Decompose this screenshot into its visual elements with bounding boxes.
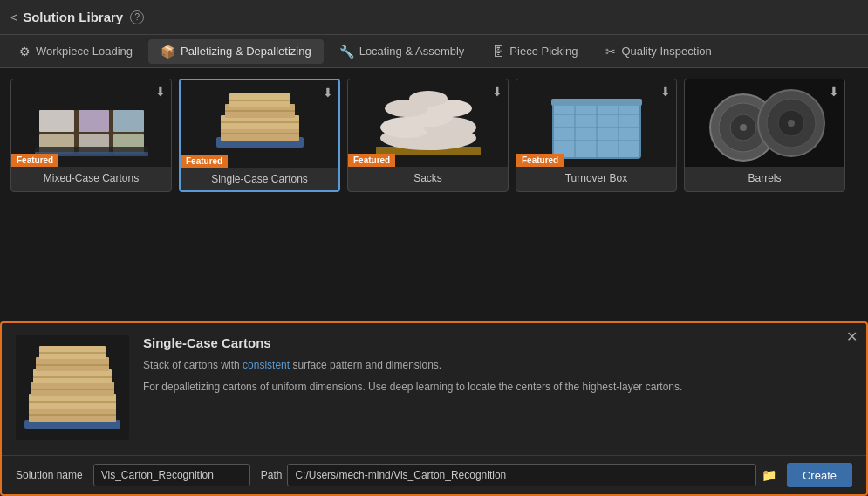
card-image-single: ⬇ Featured (181, 80, 338, 168)
tab-locating[interactable]: 🔧 Locating & Assembly (327, 39, 477, 64)
path-section: Path 📁 (261, 464, 776, 486)
svg-rect-48 (31, 382, 114, 396)
detail-bottom: Solution name Path 📁 Create (2, 455, 866, 494)
card-image-sacks: ⬇ Featured (348, 79, 508, 167)
svg-rect-3 (113, 110, 144, 132)
page-title: Solution Library (23, 10, 123, 24)
svg-rect-50 (33, 369, 112, 383)
folder-browse-icon[interactable]: 📁 (762, 468, 776, 482)
tab-locating-label: Locating & Assembly (359, 45, 465, 58)
card-turnover[interactable]: ⬇ Featured Turnover Box (516, 79, 677, 192)
card-image-mixed: ⬇ Featured (11, 79, 171, 167)
badge-turnover: Featured (516, 154, 564, 167)
solution-name-label: Solution name (16, 469, 83, 481)
svg-rect-1 (39, 110, 74, 132)
detail-panel: ✕ Single-Case Cartons (0, 321, 868, 496)
tab-workpiece[interactable]: ⚙ Workpiece Loading (7, 39, 145, 64)
card-label-mixed: Mixed-Case Cartons (11, 167, 171, 189)
close-button[interactable]: ✕ (846, 328, 858, 345)
tab-quality[interactable]: ✂ Quality Inspection (593, 39, 723, 64)
svg-rect-52 (36, 357, 109, 371)
detail-desc2: For depalletizing cartons of uniform dim… (143, 379, 852, 396)
detail-image (16, 335, 129, 440)
card-label-barrels: Barrels (685, 167, 844, 189)
download-icon-sacks[interactable]: ⬇ (492, 85, 502, 99)
detail-info: Single-Case Cartons Stack of cartons wit… (143, 335, 852, 450)
detail-desc1: Stack of cartons with consistent surface… (143, 357, 852, 374)
nav-tabs: ⚙ Workpiece Loading 📦 Palletizing & Depa… (0, 35, 868, 68)
card-label-turnover: Turnover Box (516, 167, 676, 189)
tab-palletizing-label: Palletizing & Depalletizing (181, 45, 311, 58)
workpiece-icon: ⚙ (19, 45, 31, 59)
help-icon[interactable]: ? (130, 10, 144, 24)
download-icon-turnover[interactable]: ⬇ (660, 85, 671, 99)
card-sacks[interactable]: ⬇ Featured Sacks (347, 79, 509, 192)
back-button[interactable]: < (10, 10, 17, 24)
svg-point-38 (740, 124, 747, 131)
download-icon-single[interactable]: ⬇ (323, 86, 333, 100)
detail-title: Single-Case Cartons (143, 335, 852, 350)
card-barrels[interactable]: ⬇ Barrels (684, 79, 845, 192)
svg-point-25 (409, 91, 448, 107)
card-image-turnover: ⬇ Featured (516, 79, 676, 167)
card-label-sacks: Sacks (348, 167, 508, 189)
path-input[interactable] (287, 464, 756, 486)
tab-quality-label: Quality Inspection (621, 45, 711, 58)
card-mixed[interactable]: ⬇ Featured Mixed-Case Cartons (10, 79, 172, 192)
download-icon-mixed[interactable]: ⬇ (155, 85, 166, 99)
path-label: Path (261, 469, 283, 481)
tab-picking-label: Piece Picking (509, 45, 578, 58)
svg-point-42 (788, 120, 795, 127)
highlight-text: consistent (243, 359, 290, 371)
badge-mixed: Featured (11, 154, 58, 167)
download-icon-barrels[interactable]: ⬇ (829, 85, 839, 99)
locating-icon: 🔧 (339, 45, 354, 59)
picking-icon: 🗄 (492, 45, 504, 59)
solution-name-input[interactable] (93, 464, 250, 486)
svg-rect-2 (79, 110, 109, 132)
svg-rect-34 (551, 99, 642, 106)
badge-sacks: Featured (348, 154, 395, 167)
badge-single: Featured (181, 155, 228, 168)
card-image-barrels: ⬇ (685, 79, 844, 167)
cards-grid: ⬇ Featured Mixed-Case Cartons ⬇ Featured… (0, 68, 868, 203)
tab-palletizing[interactable]: 📦 Palletizing & Depalletizing (148, 39, 324, 64)
card-single[interactable]: ⬇ Featured Single-Case Cartons (179, 79, 340, 192)
palletize-icon: 📦 (161, 45, 175, 59)
title-bar: < Solution Library ? (0, 0, 868, 35)
card-label-single: Single-Case Cartons (181, 168, 338, 190)
quality-icon: ✂ (605, 45, 616, 59)
tab-picking[interactable]: 🗄 Piece Picking (480, 39, 590, 64)
create-button[interactable]: Create (787, 463, 852, 487)
tab-workpiece-label: Workpiece Loading (36, 45, 133, 58)
detail-top: Single-Case Cartons Stack of cartons wit… (2, 323, 866, 455)
